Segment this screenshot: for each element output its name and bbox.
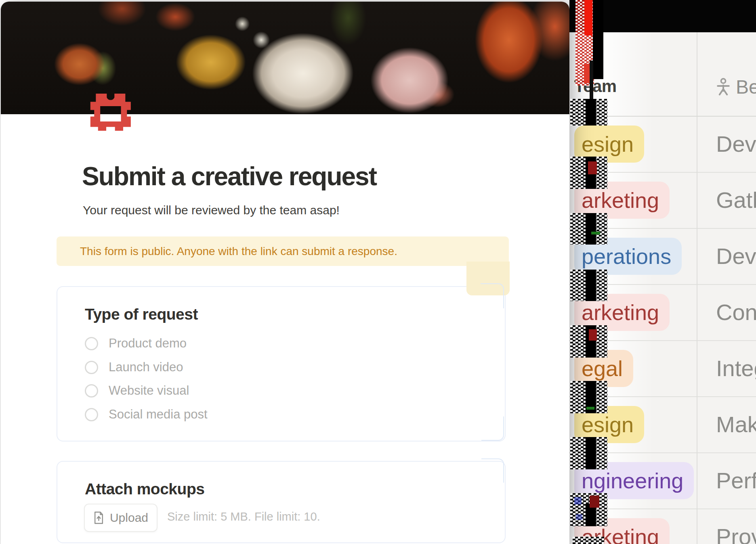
radio-option-social-media-post[interactable]: Social media post [85,406,208,423]
glitch-black-bar [586,99,596,126]
radio-icon[interactable] [85,384,98,398]
upload-button-label: Upload [110,511,148,525]
task-cell[interactable]: Cond [716,299,756,325]
form-card: Submit a creative request Your request w… [1,2,569,544]
radio-label: Website visual [109,383,189,398]
glitch-noise [573,537,604,544]
upload-file-icon [93,511,104,524]
type-of-request-card: Type of request Product demo Launch vide… [57,286,506,441]
glitch-black-bar [586,270,596,301]
attach-mockups-card: Attach mockups Upload Size limit: 5 MB. … [57,461,506,543]
glitch-noise [570,270,607,301]
glitch-card-corner-fragment [481,458,504,483]
glitch-red-block [589,329,597,341]
task-cell[interactable]: Gath [716,187,756,213]
public-form-notice: This form is public. Anyone with the lin… [57,236,509,266]
radio-option-product-demo[interactable]: Product demo [85,335,187,352]
person-icon [716,78,731,96]
table-header-person[interactable]: Be [716,76,756,98]
section-title: Type of request [85,305,198,323]
task-cell[interactable]: Perfo [716,467,756,494]
task-cell[interactable]: Prov [716,523,756,544]
glitch-noise [570,381,607,413]
page-title: Submit a creative request [82,161,376,191]
glitch-black-bar [586,213,596,245]
glitch-noise [570,157,607,189]
glitch-noise [570,437,607,469]
task-cell[interactable]: Integ [716,355,756,381]
radio-label: Product demo [109,336,187,351]
radio-option-website-visual[interactable]: Website visual [85,383,189,399]
radio-label: Launch video [109,360,183,375]
logo-icon [86,90,134,134]
glitch-red-bar [584,0,592,36]
glitch-red-block [590,496,599,508]
public-form-notice-text: This form is public. Anyone with the lin… [80,245,397,258]
radio-icon[interactable] [85,337,98,350]
radio-icon[interactable] [85,408,98,421]
glitch-black-bar [593,0,603,79]
radio-label: Social media post [109,407,208,422]
radio-icon[interactable] [85,361,98,374]
glitch-black-bar [586,437,596,469]
glitch-blue-block [576,514,582,520]
task-cell[interactable]: Deve [716,131,756,157]
glitch-card-corner-fragment [481,416,504,441]
table-header-person-label: Be [736,76,756,98]
glitch-green-dash [591,232,600,234]
glitch-red-block [588,161,597,174]
upload-hint: Size limit: 5 MB. File limit: 10. [167,510,320,523]
glitch-blue-block [574,497,582,504]
column-divider [697,32,697,544]
radio-option-launch-video[interactable]: Launch video [85,359,183,375]
glitch-noise [570,99,607,126]
glitch-green-dash [586,407,594,410]
upload-button[interactable]: Upload [84,504,158,532]
task-cell[interactable]: Make [716,411,756,437]
task-cell[interactable]: Deve [716,243,756,269]
glitch-card-corner-fragment [481,283,504,308]
section-title: Attach mockups [85,480,204,498]
glitch-noise [570,325,607,358]
glitch-noise [570,493,607,526]
glitch-noise [570,213,607,245]
page-subtitle: Your request will be reviewed by the tea… [83,203,340,217]
